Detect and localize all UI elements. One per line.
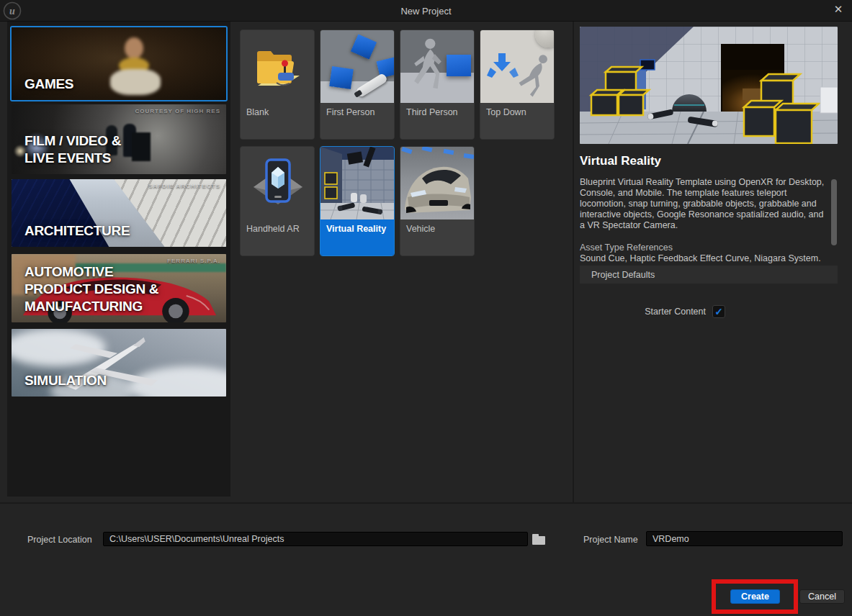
- description-scrollbar[interactable]: [831, 179, 837, 245]
- category-label-simulation: SIMULATION: [24, 372, 107, 389]
- browse-folder-icon[interactable]: [531, 533, 547, 547]
- dialog-title: New Project: [0, 6, 852, 17]
- close-icon[interactable]: ✕: [830, 1, 846, 17]
- template-thumbnail-vehicle: [400, 147, 474, 219]
- project-location-label: Project Location: [27, 535, 92, 545]
- template-card-top-down[interactable]: Top Down: [480, 30, 555, 140]
- category-label-architecture: ARCHITECTURE: [24, 222, 130, 240]
- template-card-virtual-reality[interactable]: Virtual Reality: [320, 146, 395, 256]
- category-card-simulation[interactable]: SIMULATION: [10, 327, 228, 398]
- starter-content-row: Starter Content ✓: [580, 304, 838, 320]
- template-card-blank[interactable]: Blank: [240, 30, 315, 140]
- template-label: Third Person: [400, 103, 474, 140]
- template-card-vehicle[interactable]: Vehicle: [400, 146, 475, 256]
- dialog-titlebar: u New Project ✕: [0, 0, 852, 22]
- new-project-dialog: u New Project ✕ GAMES COURTESY OF HIGH R…: [0, 0, 852, 616]
- template-label: Virtual Reality: [320, 219, 394, 256]
- template-label: Blank: [241, 103, 314, 140]
- template-details-panel: Virtual Reality Blueprint Virtual Realit…: [574, 22, 852, 502]
- project-defaults-label: Project Defaults: [591, 270, 655, 280]
- category-watermark: COURTESY OF HIGH RES: [135, 108, 220, 114]
- category-label-games: GAMES: [24, 76, 73, 93]
- footer-divider: [0, 502, 852, 504]
- project-defaults-header: Project Defaults: [580, 266, 838, 284]
- category-card-film-video[interactable]: COURTESY OF HIGH RES FILM / VIDEO & LIVE…: [10, 103, 228, 176]
- template-label: Top Down: [480, 103, 554, 140]
- template-card-handheld-ar[interactable]: Handheld AR: [240, 146, 315, 256]
- asset-type-references-value: Sound Cue, Haptic Feedback Effect Curve,…: [580, 253, 833, 263]
- create-button[interactable]: Create: [730, 589, 780, 604]
- template-thumbnail-first-person: [320, 30, 394, 103]
- project-location-input[interactable]: [103, 532, 528, 546]
- template-thumbnail-third-person: [400, 30, 474, 103]
- asset-type-references-label: Asset Type References: [580, 243, 673, 253]
- template-card-first-person[interactable]: First Person: [320, 30, 395, 140]
- category-list: GAMES COURTESY OF HIGH RES FILM / VIDEO …: [7, 22, 230, 497]
- category-label-automotive: AUTOMOTIVE PRODUCT DESIGN & MANUFACTURIN…: [24, 263, 158, 315]
- starter-content-label: Starter Content: [645, 307, 706, 317]
- project-name-input[interactable]: [646, 531, 843, 546]
- category-card-architecture[interactable]: SAFDIE ARCHITECTS ARCHITECTURE: [10, 178, 228, 248]
- category-card-automotive[interactable]: FERRARI S.P.A. AUTOMOTIVE PRODUCT DESIGN…: [10, 253, 228, 324]
- checkmark-icon: ✓: [714, 306, 723, 317]
- template-description: Blueprint Virtual Reality Template using…: [580, 177, 830, 231]
- starter-content-checkbox[interactable]: ✓: [712, 305, 725, 318]
- template-thumbnail-blank: [241, 30, 314, 103]
- template-title: Virtual Reality: [580, 154, 661, 168]
- category-watermark: SAFDIE ARCHITECTS: [148, 183, 220, 189]
- template-card-third-person[interactable]: Third Person: [400, 30, 475, 140]
- cancel-button[interactable]: Cancel: [799, 589, 845, 604]
- template-thumbnail-top-down: [480, 30, 554, 103]
- template-label: Handheld AR: [241, 219, 314, 256]
- category-label-film-video: FILM / VIDEO & LIVE EVENTS: [24, 132, 121, 167]
- template-label: Vehicle: [400, 219, 474, 256]
- template-preview-image: [580, 27, 838, 144]
- template-thumbnail-handheld-ar: [241, 147, 314, 219]
- project-name-label: Project Name: [583, 535, 638, 545]
- template-label: First Person: [320, 103, 394, 140]
- template-thumbnail-virtual-reality: [320, 147, 394, 219]
- category-card-games[interactable]: GAMES: [10, 26, 228, 101]
- category-watermark: FERRARI S.P.A.: [167, 258, 220, 264]
